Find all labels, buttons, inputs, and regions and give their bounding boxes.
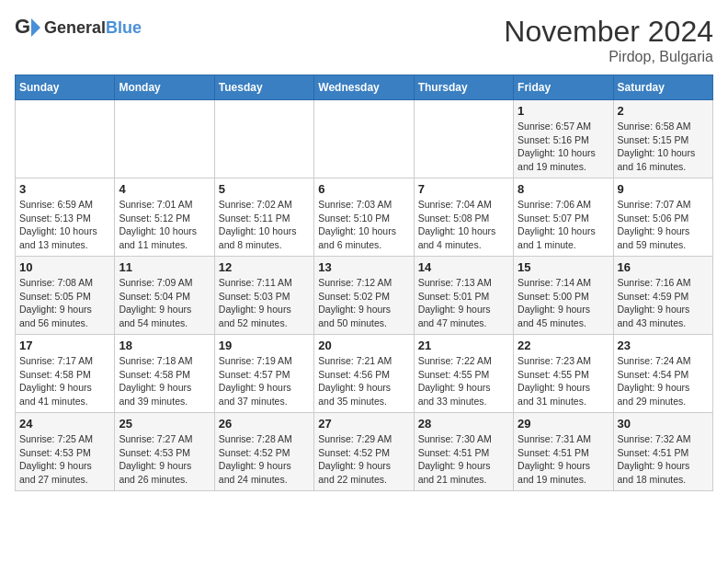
- day-number: 30: [618, 417, 709, 431]
- calendar-cell: [414, 100, 513, 178]
- weekday-header-friday: Friday: [514, 75, 613, 100]
- day-info: Sunrise: 7:27 AMSunset: 4:53 PMDaylight:…: [119, 432, 210, 487]
- day-number: 7: [418, 182, 509, 196]
- day-number: 6: [318, 182, 409, 196]
- day-info: Sunrise: 7:01 AMSunset: 5:12 PMDaylight:…: [119, 198, 210, 252]
- calendar-cell: 7Sunrise: 7:04 AMSunset: 5:08 PMDaylight…: [414, 178, 513, 257]
- weekday-header-saturday: Saturday: [613, 75, 712, 100]
- day-number: 27: [318, 417, 409, 431]
- day-info: Sunrise: 7:07 AMSunset: 5:06 PMDaylight:…: [618, 198, 709, 252]
- day-number: 1: [518, 104, 609, 118]
- day-number: 19: [219, 339, 310, 352]
- calendar-cell: 8Sunrise: 7:06 AMSunset: 5:07 PMDaylight…: [514, 178, 613, 257]
- day-info: Sunrise: 7:08 AMSunset: 5:05 PMDaylight:…: [19, 276, 110, 330]
- title-block: November 2024 Pirdop, Bulgaria: [504, 15, 713, 65]
- calendar-cell: 25Sunrise: 7:27 AMSunset: 4:53 PMDayligh…: [115, 413, 214, 491]
- calendar-header-row: SundayMondayTuesdayWednesdayThursdayFrid…: [16, 75, 713, 100]
- day-info: Sunrise: 6:57 AMSunset: 5:16 PMDaylight:…: [518, 120, 609, 174]
- calendar-week-row: 3Sunrise: 6:59 AMSunset: 5:13 PMDaylight…: [16, 178, 713, 257]
- day-info: Sunrise: 7:13 AMSunset: 5:01 PMDaylight:…: [418, 276, 509, 330]
- day-info: Sunrise: 7:31 AMSunset: 4:51 PMDaylight:…: [518, 432, 609, 487]
- day-info: Sunrise: 7:21 AMSunset: 4:56 PMDaylight:…: [318, 354, 409, 408]
- logo-blue-text: Blue: [106, 18, 142, 37]
- calendar-week-row: 17Sunrise: 7:17 AMSunset: 4:58 PMDayligh…: [16, 335, 713, 413]
- day-info: Sunrise: 6:59 AMSunset: 5:13 PMDaylight:…: [19, 198, 110, 252]
- svg-marker-1: [31, 18, 40, 37]
- day-info: Sunrise: 7:16 AMSunset: 4:59 PMDaylight:…: [618, 276, 709, 330]
- day-info: Sunrise: 7:11 AMSunset: 5:03 PMDaylight:…: [219, 276, 310, 330]
- calendar-cell: 5Sunrise: 7:02 AMSunset: 5:11 PMDaylight…: [214, 178, 313, 257]
- calendar-cell: 28Sunrise: 7:30 AMSunset: 4:51 PMDayligh…: [414, 413, 513, 491]
- day-number: 18: [119, 339, 210, 352]
- day-number: 4: [119, 182, 210, 196]
- day-number: 9: [618, 182, 709, 196]
- weekday-header-wednesday: Wednesday: [314, 75, 414, 100]
- calendar-cell: 23Sunrise: 7:24 AMSunset: 4:54 PMDayligh…: [613, 335, 712, 413]
- calendar-cell: 21Sunrise: 7:22 AMSunset: 4:55 PMDayligh…: [414, 335, 513, 413]
- calendar-cell: 20Sunrise: 7:21 AMSunset: 4:56 PMDayligh…: [314, 335, 414, 413]
- calendar-cell: 6Sunrise: 7:03 AMSunset: 5:10 PMDaylight…: [314, 178, 414, 257]
- calendar-cell: 11Sunrise: 7:09 AMSunset: 5:04 PMDayligh…: [115, 257, 214, 335]
- day-number: 12: [219, 260, 310, 274]
- day-number: 20: [318, 339, 409, 352]
- logo-general-text: General: [44, 18, 106, 37]
- weekday-header-tuesday: Tuesday: [214, 75, 313, 100]
- day-number: 22: [518, 339, 609, 352]
- calendar-cell: 15Sunrise: 7:14 AMSunset: 5:00 PMDayligh…: [514, 257, 613, 335]
- calendar-week-row: 1Sunrise: 6:57 AMSunset: 5:16 PMDaylight…: [16, 100, 713, 178]
- day-number: 13: [318, 260, 409, 274]
- day-number: 15: [518, 260, 609, 274]
- calendar-cell: 29Sunrise: 7:31 AMSunset: 4:51 PMDayligh…: [514, 413, 613, 491]
- day-info: Sunrise: 7:18 AMSunset: 4:58 PMDaylight:…: [119, 354, 210, 408]
- calendar-cell: 26Sunrise: 7:28 AMSunset: 4:52 PMDayligh…: [214, 413, 313, 491]
- day-info: Sunrise: 7:28 AMSunset: 4:52 PMDaylight:…: [219, 432, 310, 487]
- calendar-cell: 14Sunrise: 7:13 AMSunset: 5:01 PMDayligh…: [414, 257, 513, 335]
- day-number: 14: [418, 260, 509, 274]
- calendar-cell: 12Sunrise: 7:11 AMSunset: 5:03 PMDayligh…: [214, 257, 313, 335]
- day-number: 5: [219, 182, 310, 196]
- calendar-cell: 2Sunrise: 6:58 AMSunset: 5:15 PMDaylight…: [613, 100, 712, 178]
- day-info: Sunrise: 7:25 AMSunset: 4:53 PMDaylight:…: [19, 432, 110, 487]
- day-number: 8: [518, 182, 609, 196]
- day-info: Sunrise: 7:17 AMSunset: 4:58 PMDaylight:…: [19, 354, 110, 408]
- day-info: Sunrise: 7:14 AMSunset: 5:00 PMDaylight:…: [518, 276, 609, 330]
- weekday-header-thursday: Thursday: [414, 75, 513, 100]
- day-number: 28: [418, 417, 509, 431]
- calendar-cell: 13Sunrise: 7:12 AMSunset: 5:02 PMDayligh…: [314, 257, 414, 335]
- day-number: 17: [19, 339, 110, 352]
- day-info: Sunrise: 7:30 AMSunset: 4:51 PMDaylight:…: [418, 432, 509, 487]
- calendar-cell: 19Sunrise: 7:19 AMSunset: 4:57 PMDayligh…: [214, 335, 313, 413]
- day-number: 3: [19, 182, 110, 196]
- day-number: 10: [19, 260, 110, 274]
- calendar-cell: 1Sunrise: 6:57 AMSunset: 5:16 PMDaylight…: [514, 100, 613, 178]
- logo: G GeneralBlue: [15, 15, 142, 40]
- day-info: Sunrise: 7:22 AMSunset: 4:55 PMDaylight:…: [418, 354, 509, 408]
- day-info: Sunrise: 7:03 AMSunset: 5:10 PMDaylight:…: [318, 198, 409, 252]
- day-number: 24: [19, 417, 110, 431]
- calendar-cell: 18Sunrise: 7:18 AMSunset: 4:58 PMDayligh…: [115, 335, 214, 413]
- calendar-cell: 3Sunrise: 6:59 AMSunset: 5:13 PMDaylight…: [16, 178, 115, 257]
- calendar-cell: 30Sunrise: 7:32 AMSunset: 4:51 PMDayligh…: [613, 413, 712, 491]
- day-number: 2: [618, 104, 709, 118]
- day-number: 21: [418, 339, 509, 352]
- day-number: 25: [119, 417, 210, 431]
- day-info: Sunrise: 6:58 AMSunset: 5:15 PMDaylight:…: [618, 120, 709, 174]
- calendar-cell: [16, 100, 115, 178]
- calendar-cell: 24Sunrise: 7:25 AMSunset: 4:53 PMDayligh…: [16, 413, 115, 491]
- svg-text:G: G: [15, 15, 30, 38]
- calendar-cell: 22Sunrise: 7:23 AMSunset: 4:55 PMDayligh…: [514, 335, 613, 413]
- calendar-week-row: 24Sunrise: 7:25 AMSunset: 4:53 PMDayligh…: [16, 413, 713, 491]
- day-info: Sunrise: 7:09 AMSunset: 5:04 PMDaylight:…: [119, 276, 210, 330]
- calendar-table: SundayMondayTuesdayWednesdayThursdayFrid…: [15, 75, 713, 491]
- calendar-cell: 9Sunrise: 7:07 AMSunset: 5:06 PMDaylight…: [613, 178, 712, 257]
- day-info: Sunrise: 7:23 AMSunset: 4:55 PMDaylight:…: [518, 354, 609, 408]
- day-number: 16: [618, 260, 709, 274]
- location-title: Pirdop, Bulgaria: [504, 49, 713, 65]
- calendar-cell: 10Sunrise: 7:08 AMSunset: 5:05 PMDayligh…: [16, 257, 115, 335]
- day-info: Sunrise: 7:12 AMSunset: 5:02 PMDaylight:…: [318, 276, 409, 330]
- day-info: Sunrise: 7:02 AMSunset: 5:11 PMDaylight:…: [219, 198, 310, 252]
- day-info: Sunrise: 7:29 AMSunset: 4:52 PMDaylight:…: [318, 432, 409, 487]
- day-info: Sunrise: 7:32 AMSunset: 4:51 PMDaylight:…: [618, 432, 709, 487]
- day-number: 26: [219, 417, 310, 431]
- calendar-body: 1Sunrise: 6:57 AMSunset: 5:16 PMDaylight…: [16, 100, 713, 491]
